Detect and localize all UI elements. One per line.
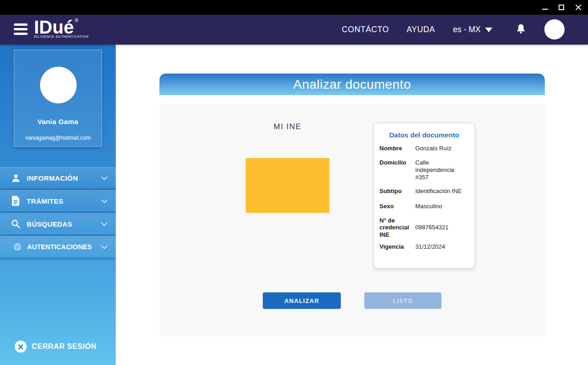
- close-button[interactable]: [573, 2, 583, 12]
- card-title: Datos del documento: [379, 131, 469, 139]
- field-value: 0987654321: [415, 224, 469, 231]
- logo-title: IDué: [34, 17, 74, 37]
- sidebar-item-label: AUTENTICACIONES: [27, 243, 102, 251]
- maximize-button[interactable]: [557, 2, 567, 12]
- field-value: Calle independencia #357: [415, 159, 469, 181]
- field-nombre: Nombre Gonzalo Ruíz: [379, 145, 469, 152]
- document-name-label: MI INE: [246, 122, 329, 131]
- app-logo: IDué ® DILIGENCE AUTHENTICATION: [34, 17, 89, 38]
- sidebar: Vania Gama vaniagamag@hotmail.com INFORM…: [0, 45, 116, 365]
- field-domicilio: Domicilio Calle independencia #357: [379, 159, 469, 181]
- field-label: Sexo: [379, 203, 413, 210]
- document-panel: MI INE Datos del documento Nombre Gonzal…: [159, 103, 545, 336]
- sidebar-item-tramites[interactable]: TRÁMITES: [0, 190, 116, 211]
- chevron-down-icon: [101, 196, 107, 203]
- minimize-icon: [542, 9, 548, 10]
- fingerprint-icon: [12, 242, 23, 252]
- profile-avatar: [40, 67, 77, 103]
- logout-button[interactable]: CERRAR SESIÓN: [0, 335, 116, 358]
- main-content: Analizar documento MI INE Datos del docu…: [116, 45, 588, 365]
- field-label: Subtipo: [379, 188, 413, 194]
- language-selector[interactable]: es - MX: [453, 15, 492, 45]
- document-preview-image: [246, 158, 329, 213]
- registered-mark: ®: [75, 17, 78, 24]
- sidebar-navigation: INFORMACIÓN TRÁMITES BÚSQUEDAS: [0, 167, 116, 259]
- minimize-button[interactable]: [540, 2, 550, 12]
- account-avatar-button[interactable]: [544, 19, 565, 40]
- field-value: Identificación INE: [415, 188, 469, 195]
- hamburger-icon: [14, 23, 28, 26]
- top-navigation: CONTÁCTO AYUDA es - MX: [331, 15, 588, 45]
- field-value: 31/12/2024: [415, 243, 469, 251]
- chevron-down-icon: [101, 173, 107, 180]
- notifications-button[interactable]: [514, 22, 528, 37]
- chevron-down-icon: [101, 219, 107, 226]
- profile-card: Vania Gama vaniagamag@hotmail.com: [14, 50, 102, 147]
- field-sexo: Sexo Masculino: [379, 203, 469, 210]
- field-value: Gonzalo Ruíz: [415, 145, 469, 152]
- sidebar-item-label: TRÁMITES: [27, 197, 102, 205]
- chevron-down-icon: [101, 242, 107, 249]
- profile-email: vaniagamag@hotmail.com: [14, 135, 102, 141]
- analyze-button[interactable]: ANALIZAR: [263, 292, 341, 309]
- logout-label: CERRAR SESIÓN: [32, 342, 96, 351]
- triangle-down-icon: [485, 28, 492, 32]
- field-label: Domicilio: [379, 159, 413, 166]
- sidebar-item-autenticaciones[interactable]: AUTENTICACIONES: [0, 236, 116, 257]
- maximize-icon: [559, 5, 564, 10]
- field-label: Nombre: [379, 145, 413, 152]
- field-subtipo: Subtipo Identificación INE: [379, 188, 469, 195]
- field-label: Vigencia: [379, 243, 413, 250]
- logo-subtitle: DILIGENCE AUTHENTICATION: [34, 35, 89, 38]
- nav-contact[interactable]: CONTÁCTO: [342, 15, 389, 45]
- window-controls: [540, 0, 583, 15]
- page-title-banner: Analizar documento: [159, 74, 545, 95]
- sidebar-item-label: BÚSQUEDAS: [27, 220, 102, 228]
- document-data-card: Datos del documento Nombre Gonzalo Ruíz …: [373, 123, 475, 268]
- sidebar-item-label: INFORMACIÓN: [27, 174, 102, 182]
- sidebar-item-busquedas[interactable]: BÚSQUEDAS: [0, 213, 116, 234]
- action-buttons: ANALIZAR LISTO: [159, 292, 545, 311]
- user-icon: [11, 173, 21, 183]
- bell-icon: [515, 23, 527, 35]
- language-value: es - MX: [453, 25, 481, 34]
- app-window: IDué ® DILIGENCE AUTHENTICATION CONTÁCTO…: [0, 0, 588, 365]
- search-icon: [11, 219, 21, 229]
- close-circle-icon: [15, 341, 27, 353]
- profile-name: Vania Gama: [14, 118, 102, 125]
- app-header: IDué ® DILIGENCE AUTHENTICATION CONTÁCTO…: [0, 15, 588, 45]
- page-title: Analizar documento: [293, 77, 411, 92]
- window-titlebar: [0, 0, 588, 15]
- field-vigencia: Vigencia 31/12/2024: [379, 243, 469, 251]
- ready-button[interactable]: LISTO: [364, 292, 441, 309]
- menu-toggle-button[interactable]: [14, 23, 28, 36]
- field-value: Masculino: [415, 203, 469, 210]
- field-credencial: N° de credencial INE 0987654321: [379, 217, 469, 238]
- document-icon: [11, 196, 21, 206]
- nav-help[interactable]: AYUDA: [407, 15, 435, 45]
- field-label: N° de credencial INE: [379, 217, 413, 238]
- sidebar-item-informacion[interactable]: INFORMACIÓN: [0, 167, 116, 188]
